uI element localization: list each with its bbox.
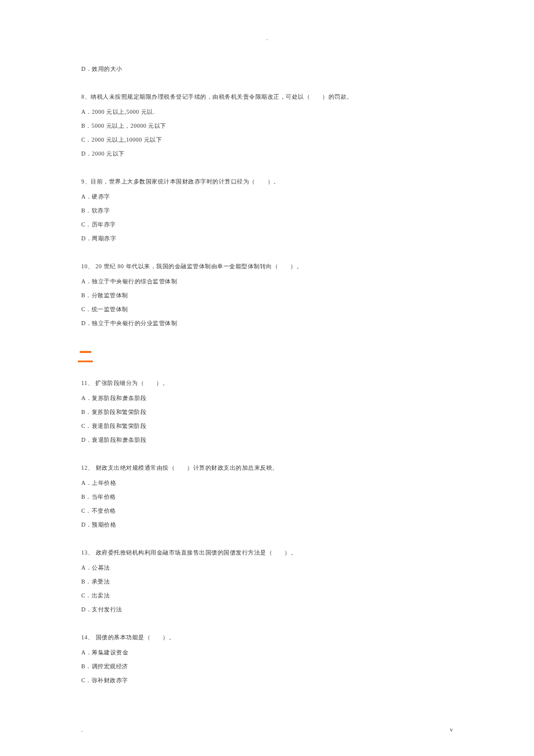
header-marker: . (81, 35, 453, 41)
q9-option-a: A．硬赤字 (81, 192, 453, 201)
q11-option-d: D．衰退阶段和萧条阶段 (81, 435, 453, 445)
q12-option-d: D．预期价格 (81, 520, 453, 530)
q10-option-d: D．独立于中央银行的分业监管体制 (81, 319, 453, 328)
q13-option-d: D．支付发行法 (81, 605, 453, 614)
q13-option-b: B．承受法 (81, 577, 453, 586)
q7-option-d: D．效用的大小 (81, 64, 453, 74)
q9-option-c: C．历年赤字 (81, 220, 453, 229)
q11-text: 11、 扩张阶段细分为（ ）。 (81, 379, 453, 388)
q13-option-c: C．出卖法 (81, 591, 453, 600)
question-9: 9、目前，世界上大多数国家统计本国财政赤字时的计算口径为（ ）。 A．硬赤字 B… (81, 177, 453, 243)
q8-option-c: C．2000 元以上,10000 元以下 (81, 135, 453, 145)
q10-option-b: B．分散监管体制 (81, 291, 453, 300)
question-11: 11、 扩张阶段细分为（ ）。 A．复苏阶段和萧条阶段 B．复苏阶段和繁荣阶段 … (81, 379, 453, 445)
q11-option-c: C．衰退阶段和繁荣阶段 (81, 422, 453, 431)
q12-text: 12、 财政支出绝对规模通常由按（ ）计算的财政支出的加总来反映。 (81, 463, 453, 473)
question-7-tail: D．效用的大小 (81, 64, 453, 74)
question-8: 8、纳税人未按照规定期限办理税务登记手续的，由税务机关责令限期改正，可处以（ ）… (81, 92, 453, 159)
question-13: 13、 政府委托推销机构利用金融市场直接售出国债的国债发行方法是（ ）。 A．公… (81, 548, 453, 614)
q11-option-a: A．复苏阶段和萧条阶段 (81, 394, 453, 403)
question-14: 14、 国债的基本功能是（ ）。 A．筹集建设资金 B．调控宏观经济 C．弥补财… (81, 633, 453, 685)
q13-text: 13、 政府委托推销机构利用金融市场直接售出国债的国债发行方法是（ ）。 (81, 548, 453, 557)
q10-option-a: A．独立于中央银行的综合监管体制 (81, 277, 453, 286)
q14-text: 14、 国债的基本功能是（ ）。 (81, 633, 453, 642)
q14-option-a: A．筹集建设资金 (81, 648, 453, 657)
question-10: 10、 20 世纪 80 年代以来，我国的金融监管体制由单一全能型体制转向（ ）… (81, 262, 453, 328)
q9-option-d: D．周期赤字 (81, 234, 453, 243)
q8-option-d: D．2000 元以下 (81, 149, 453, 159)
section-two-heading: 二 (78, 347, 453, 367)
question-12: 12、 财政支出绝对规模通常由按（ ）计算的财政支出的加总来反映。 A．上年价格… (81, 463, 453, 530)
footer-left: . (81, 726, 83, 733)
q12-option-a: A．上年价格 (81, 478, 453, 488)
q10-text: 10、 20 世纪 80 年代以来，我国的金融监管体制由单一全能型体制转向（ ）… (81, 262, 453, 271)
q10-option-c: C．统一监管体制 (81, 305, 453, 314)
q11-option-b: B．复苏阶段和繁荣阶段 (81, 408, 453, 417)
q13-option-a: A．公募法 (81, 563, 453, 573)
q8-option-b: B．5000 元以上，20000 元以下 (81, 121, 453, 131)
page-footer: . v (0, 726, 534, 733)
q14-option-c: C．弥补财政赤字 (81, 676, 453, 685)
q9-text: 9、目前，世界上大多数国家统计本国财政赤字时的计算口径为（ ）。 (81, 177, 453, 186)
q8-text: 8、纳税人未按照规定期限办理税务登记手续的，由税务机关责令限期改正，可处以（ ）… (81, 92, 453, 102)
q9-option-b: B．软赤字 (81, 206, 453, 215)
footer-right: v (450, 726, 453, 733)
q12-option-b: B．当年价格 (81, 492, 453, 502)
q14-option-b: B．调控宏观经济 (81, 662, 453, 671)
q8-option-a: A．2000 元以上,5000 元以. (81, 107, 453, 117)
q12-option-c: C．不变价格 (81, 506, 453, 516)
